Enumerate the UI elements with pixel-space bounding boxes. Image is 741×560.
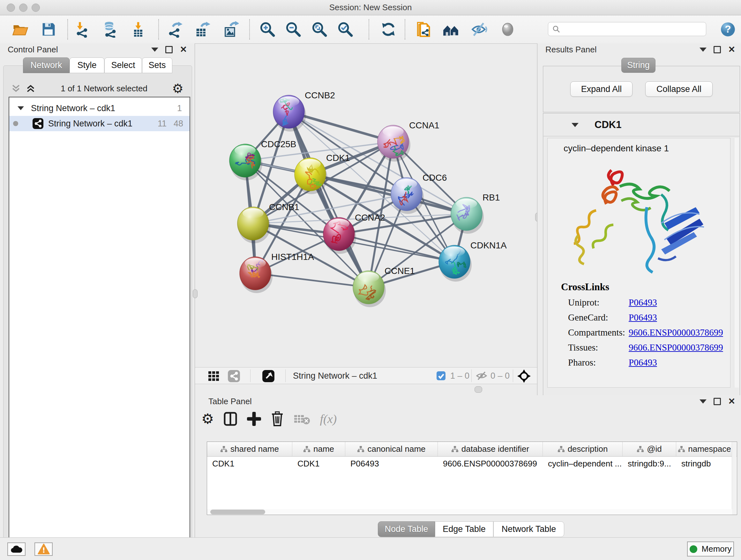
zoom-out-button[interactable] — [284, 20, 302, 39]
horizontal-splitter[interactable] — [195, 384, 537, 395]
tab-network-table[interactable]: Network Table — [493, 521, 564, 537]
close-panel-icon[interactable]: ✕ — [728, 398, 735, 405]
collapse-all-button[interactable]: Collapse All — [645, 81, 713, 97]
database-import-icon — [102, 21, 118, 38]
table-cell[interactable]: cyclin–dependent ... — [543, 456, 623, 471]
crosslink-value-link[interactable]: P06493 — [629, 297, 657, 308]
table-cell[interactable]: CDK1 — [292, 456, 345, 471]
search-input[interactable] — [563, 24, 698, 34]
network-collection-row[interactable]: String Network – cdk1 1 — [9, 101, 190, 116]
selected-checkbox-icon[interactable] — [436, 371, 446, 381]
column-header-namespace[interactable]: namespace — [676, 442, 733, 456]
network-node-CCNE1[interactable]: CCNE1 — [353, 266, 415, 307]
column-header-database-identifier[interactable]: database identifier — [438, 442, 543, 456]
table-cell[interactable]: CDK1 — [207, 456, 292, 471]
left-splitter-handle[interactable] — [193, 289, 198, 298]
close-panel-icon[interactable]: ✕ — [728, 46, 735, 53]
column-header-name[interactable]: name — [292, 442, 345, 456]
float-panel-icon[interactable] — [699, 399, 706, 403]
float-panel-icon[interactable] — [151, 48, 158, 52]
network-view-mode-icon[interactable] — [227, 370, 240, 382]
network-canvas[interactable]: CCNB2CCNA1CDC25BCDK1CDC6RB1CCNB1CCNA2CDK… — [195, 44, 537, 367]
table-vertical-scrollbar[interactable] — [732, 442, 737, 515]
import-network-button[interactable] — [74, 20, 91, 39]
tab-string[interactable]: String — [621, 58, 656, 73]
table-cell[interactable]: P06493 — [345, 456, 438, 471]
float-panel-icon[interactable] — [699, 48, 706, 52]
network-node-CDK1[interactable]: CDK1 — [294, 153, 350, 194]
tab-sets[interactable]: Sets — [142, 57, 172, 73]
column-header-shared-name[interactable]: shared name — [207, 442, 292, 456]
help-button[interactable]: ? — [719, 20, 737, 39]
network-node-CDKN1A[interactable]: CDKN1A — [439, 240, 507, 282]
results-scrollbar[interactable] — [734, 138, 739, 388]
apply-layout-button[interactable] — [380, 20, 397, 39]
memory-button[interactable]: Memory — [687, 542, 734, 557]
zoom-selected-button[interactable] — [336, 20, 354, 39]
table-cell[interactable]: 9606.ENSP00000378699 — [438, 456, 543, 471]
crosslink-value-link[interactable]: P06493 — [629, 357, 657, 368]
tab-select[interactable]: Select — [105, 57, 142, 73]
open-session-button[interactable] — [11, 20, 29, 39]
export-image-button[interactable] — [221, 20, 239, 39]
maximize-panel-icon[interactable] — [714, 46, 721, 53]
warnings-button[interactable] — [35, 543, 53, 556]
expand-all-button[interactable]: Expand All — [570, 81, 632, 97]
close-panel-icon[interactable]: ✕ — [180, 46, 187, 53]
export-network-button[interactable] — [166, 20, 184, 39]
collapse-all-icon[interactable] — [10, 83, 21, 94]
zoom-fit-button[interactable] — [310, 20, 328, 39]
splitter-handle[interactable] — [475, 386, 482, 393]
tab-network[interactable]: Network — [23, 57, 70, 73]
tab-edge-table[interactable]: Edge Table — [435, 521, 493, 537]
node-gloss — [245, 258, 266, 268]
gear-icon[interactable]: ⚙ — [172, 82, 184, 95]
gene-section-header[interactable]: CDK1 — [543, 114, 739, 136]
table-options-gear-icon[interactable]: ⚙ — [201, 411, 214, 427]
minimize-window-button[interactable] — [19, 3, 27, 12]
expand-all-icon[interactable] — [25, 83, 36, 94]
import-table-button[interactable] — [129, 20, 147, 39]
tab-style[interactable]: Style — [70, 57, 105, 73]
node-label: CCNA1 — [409, 120, 440, 130]
table-cell[interactable]: stringdb:9... — [623, 456, 676, 471]
network-row-selected[interactable]: String Network – cdk1 11 48 — [9, 116, 190, 131]
home-button[interactable] — [442, 20, 460, 39]
collection-expander-icon[interactable] — [17, 106, 24, 110]
crosslink-value-link[interactable]: P06493 — [629, 312, 657, 323]
grid-view-icon[interactable] — [208, 371, 222, 381]
show-panel-button[interactable] — [499, 20, 517, 39]
table-horizontal-scrollbar[interactable] — [207, 509, 732, 515]
search-field[interactable] — [548, 22, 706, 36]
maximize-panel-icon[interactable] — [714, 398, 721, 405]
column-header--id[interactable]: @id — [623, 442, 676, 456]
fit-content-icon[interactable] — [517, 369, 531, 383]
maximize-window-button[interactable] — [31, 3, 40, 12]
import-network-from-database-button[interactable] — [101, 20, 119, 39]
gene-expander-icon[interactable] — [571, 123, 579, 127]
table-row[interactable]: CDK1CDK1P064939606.ENSP00000378699cyclin… — [207, 456, 737, 471]
crosslink-value-link[interactable]: 9606.ENSP00000378699 — [629, 342, 723, 353]
network-from-file-button[interactable] — [415, 20, 433, 39]
column-header-description[interactable]: description — [543, 442, 623, 456]
crosslink-value-link[interactable]: 9606.ENSP00000378699 — [629, 327, 723, 338]
add-column-icon[interactable] — [247, 412, 261, 426]
export-table-button[interactable] — [193, 20, 211, 39]
tab-node-table[interactable]: Node Table — [378, 521, 435, 537]
hide-panel-button[interactable] — [470, 20, 488, 39]
network-node-CCNB1[interactable]: CCNB1 — [238, 202, 299, 243]
delete-column-icon[interactable] — [271, 411, 284, 427]
table-cell[interactable]: stringdb — [676, 456, 733, 471]
cloud-status-button[interactable] — [7, 543, 25, 556]
maximize-panel-icon[interactable] — [165, 46, 173, 53]
zoom-in-button[interactable] — [258, 20, 276, 39]
save-session-button[interactable] — [40, 20, 57, 39]
column-header-canonical-name[interactable]: canonical name — [345, 442, 438, 456]
scrollbar-thumb[interactable] — [210, 509, 265, 514]
show-columns-icon[interactable] — [223, 412, 238, 426]
network-node-HIST1H1A[interactable]: HIST1H1A — [240, 252, 314, 293]
network-node-CCNA1[interactable]: CCNA1 — [378, 120, 440, 162]
close-window-button[interactable] — [7, 3, 15, 12]
birdseye-view-icon[interactable] — [262, 370, 275, 382]
network-node-RB1[interactable]: RB1 — [451, 192, 500, 234]
